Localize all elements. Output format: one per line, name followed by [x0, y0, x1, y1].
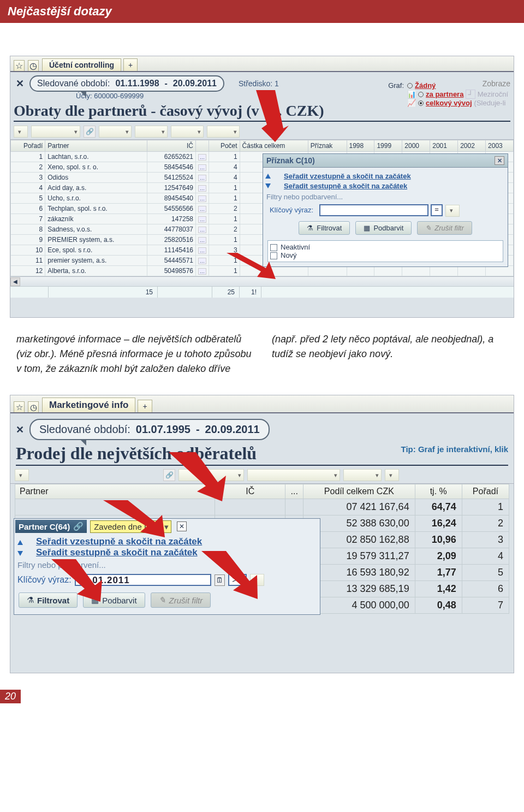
drop-d[interactable]: [343, 469, 382, 481]
drop-b[interactable]: [178, 469, 244, 481]
col-2001[interactable]: 2001: [430, 140, 458, 152]
col-poradi[interactable]: Pořadí: [11, 140, 45, 152]
col-2002[interactable]: 2002: [458, 140, 486, 152]
link-icon[interactable]: 🔗: [84, 126, 96, 138]
clock-icon[interactable]: ◷: [28, 401, 39, 412]
col-dots[interactable]: ...: [285, 484, 303, 499]
dots-button[interactable]: …: [198, 227, 206, 233]
chk2-label: Nový: [281, 251, 297, 259]
key-expr-input[interactable]: 01.01.2011: [75, 574, 211, 586]
drop-c[interactable]: [247, 469, 340, 481]
col-priznak[interactable]: Příznak: [308, 140, 347, 152]
drop-6[interactable]: [207, 126, 240, 138]
dots-button[interactable]: …: [198, 216, 206, 223]
filter-btn-label: Filtrovat: [317, 224, 342, 232]
col-castka[interactable]: Částka celkem: [240, 140, 308, 152]
palette-icon: ▦: [91, 595, 99, 605]
tab-label: Účetní controlling: [49, 61, 114, 69]
dots-button[interactable]: …: [198, 268, 206, 275]
dots-button[interactable]: …: [198, 164, 206, 171]
table-row[interactable]: 07 421 167,6464,741: [15, 499, 509, 515]
filters-label: Filtry nebo podbarvení...: [266, 193, 504, 201]
col-poradi[interactable]: Pořadí: [462, 484, 509, 499]
close-button[interactable]: ✕: [14, 424, 26, 436]
drop-a[interactable]: [15, 469, 29, 481]
tab-ucetni-controlling[interactable]: Účetní controlling: [42, 58, 121, 71]
radio-total[interactable]: [418, 100, 424, 106]
drop-3[interactable]: [99, 126, 132, 138]
cancel-filter-button[interactable]: ✎Zrušit filtr: [151, 592, 211, 608]
dots-button[interactable]: …: [198, 206, 206, 212]
link-icon[interactable]: 🔗: [163, 469, 175, 481]
cancel-btn-label: Zrušit filtr: [169, 596, 203, 605]
article-left: marketingové informace – dle největších …: [16, 332, 252, 376]
col-2000[interactable]: 2000: [402, 140, 430, 152]
star-icon[interactable]: ☆: [14, 401, 25, 412]
chk-neaktivni[interactable]: [270, 244, 277, 251]
star-icon[interactable]: ☆: [14, 60, 25, 71]
sort-desc-link[interactable]: Seřadit sestupně a skočit na začátek: [36, 546, 198, 559]
dots-button[interactable]: …: [198, 247, 206, 254]
key-expr-input[interactable]: [319, 204, 428, 216]
dots-button[interactable]: …: [198, 195, 206, 202]
sort-desc-link[interactable]: Seřadit sestupně a skočit na začátek: [284, 181, 407, 191]
tab-marketing[interactable]: Marketingové info: [42, 398, 135, 412]
dots-button[interactable]: …: [198, 175, 206, 181]
eq-drop[interactable]: [445, 205, 460, 217]
h-scrollbar[interactable]: ◀: [10, 276, 514, 286]
col-pocet[interactable]: Počet: [209, 140, 240, 152]
sort-asc-link[interactable]: Seřadit vzestupně a skočit na začátek: [284, 171, 411, 181]
dots-button[interactable]: …: [198, 185, 206, 192]
color-button[interactable]: ▦Podbarvit: [355, 221, 412, 235]
drop-5[interactable]: [171, 126, 204, 138]
col-dots[interactable]: [196, 140, 209, 152]
calendar-icon[interactable]: 🗓: [215, 574, 225, 586]
tab-add[interactable]: +: [138, 400, 152, 412]
drop-1[interactable]: [14, 126, 28, 138]
filter-button[interactable]: ⚗Filtrovat: [19, 592, 78, 608]
date-to[interactable]: 20.09.2011: [173, 79, 217, 88]
col-2003[interactable]: 2003: [486, 140, 514, 152]
close-x-box[interactable]: ✕: [177, 521, 187, 531]
tab-add[interactable]: +: [123, 58, 138, 71]
article-body: marketingové informace – dle největších …: [16, 332, 508, 376]
scroll-left-icon[interactable]: ◀: [10, 277, 20, 286]
table-row[interactable]: 12Alberta, s.r.o.50498576…1: [11, 266, 514, 276]
chk-novy[interactable]: [270, 252, 277, 259]
col-partner[interactable]: Partner: [45, 140, 147, 152]
article-right: (např. před 2 lety něco poptával, ale ne…: [272, 332, 508, 376]
zaveden-combo[interactable]: Zaveden dne D(8): [90, 520, 171, 533]
date-from[interactable]: 01.07.1995: [136, 423, 190, 435]
col-partner[interactable]: Partner: [15, 484, 215, 499]
col-1999[interactable]: 1999: [374, 140, 402, 152]
radio-none[interactable]: [407, 83, 413, 88]
col-1998[interactable]: 1998: [347, 140, 374, 152]
eq-box[interactable]: =: [431, 204, 443, 216]
drop-4[interactable]: [135, 126, 168, 138]
col-pct[interactable]: tj. %: [415, 484, 462, 499]
drop-2[interactable]: [31, 126, 80, 138]
date-to[interactable]: 20.09.2011: [205, 423, 260, 435]
close-button[interactable]: ✕: [14, 78, 26, 90]
col-ic[interactable]: IČ: [147, 140, 196, 152]
date-from[interactable]: 01.11.1998: [115, 79, 159, 88]
op-box[interactable]: >=: [228, 574, 247, 586]
clock-icon[interactable]: ◷: [28, 60, 39, 71]
color-button[interactable]: ▦Podbarvit: [83, 592, 145, 608]
radio-partner[interactable]: [418, 92, 424, 97]
sleduje-label: (Sleduje-li: [474, 99, 506, 107]
link-icon-white[interactable]: 🔗: [73, 521, 84, 531]
col-ic[interactable]: IČ: [215, 484, 285, 499]
op-drop[interactable]: [250, 574, 264, 586]
cancel-filter-button[interactable]: ✎Zrušit filtr: [417, 221, 472, 235]
popup-close-icon[interactable]: ✕: [495, 156, 504, 165]
drop-e[interactable]: [385, 469, 399, 481]
dots-button[interactable]: …: [198, 258, 206, 264]
dots-button[interactable]: …: [198, 154, 206, 161]
dots-button[interactable]: …: [198, 237, 206, 244]
priznak-popup: Příznak C(10) ✕ Seřadit vzestupně a skoč…: [263, 153, 508, 267]
footer-b: 25: [212, 287, 240, 298]
col-podil[interactable]: Podíl celkem CZK: [303, 484, 415, 499]
period-bubble: Sledované období: 01.11.1998 - 20.09.201…: [29, 75, 224, 92]
filter-button[interactable]: ⚗Filtrovat: [299, 221, 350, 235]
